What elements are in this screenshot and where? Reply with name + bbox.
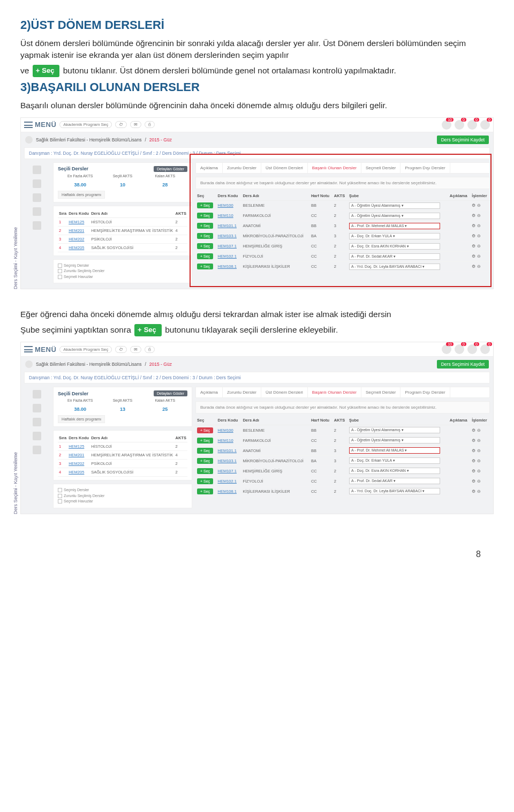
noti-4-icon[interactable]: 0 — [480, 344, 490, 354]
inline-sec-button[interactable]: +Seç — [33, 65, 60, 77]
save-button[interactable]: Ders Seçimini Kaydet — [437, 360, 489, 369]
course-code-link[interactable]: HEM110 — [218, 438, 233, 443]
akts-label: Kalan AKTS — [144, 174, 186, 178]
sec-button[interactable]: + Seç — [197, 427, 213, 433]
course-code-link[interactable]: HEM108.1 — [218, 489, 237, 494]
tab-bar: Açıklama Zorunlu Dersler Üst Dönem Dersl… — [195, 387, 490, 398]
sec-button[interactable]: + Seç — [197, 448, 213, 454]
clock-icon[interactable]: ⏱ — [115, 121, 127, 128]
sube-select[interactable]: A - Öğretim Üyesi Atanmamış ▾ — [349, 437, 440, 443]
akademik-pill[interactable]: Akademik Program Seç — [59, 121, 112, 128]
selected-courses-table: SıraDers KoduDers AdıAKTS 1HEM125HİSTOLO… — [58, 434, 187, 477]
crumb-term: 2015 - Güz — [149, 137, 172, 142]
sube-select[interactable]: A - Prof. Dr. Sedat AKAR ▾ — [349, 478, 440, 484]
sec-button[interactable]: + Seç — [197, 478, 213, 484]
clock-icon[interactable]: ⏱ — [115, 346, 127, 353]
logo-icon — [25, 136, 33, 144]
tab-zorunlu[interactable]: Zorunlu Dersler — [223, 387, 261, 397]
page-number: 8 — [20, 533, 494, 559]
noti-3-icon[interactable]: 0 — [467, 344, 477, 354]
side-icon[interactable] — [33, 207, 41, 216]
table-row: 1HEM125HİSTOLOJİ2 — [58, 442, 187, 451]
crumb-path: Sağlık Bilimleri Fakültesi - Hemşirelik … — [36, 137, 141, 142]
side-icon[interactable] — [33, 390, 41, 399]
noti-3-icon[interactable]: 0 — [467, 120, 477, 130]
sec-button[interactable]: + Seç — [197, 438, 213, 443]
noti-2-icon[interactable]: 0 — [455, 120, 464, 130]
row-actions[interactable]: ⚙ ⊖ — [470, 446, 490, 456]
legend: Seçmiş Dersler Zorunlu Seçilmiş Dersler … — [53, 484, 192, 508]
tab-secmeli[interactable]: Seçmeli Dersler — [361, 387, 400, 397]
sube-select[interactable]: A - Öğretim Üyesi Atanmamış ▾ — [349, 427, 440, 433]
course-code-link[interactable]: HEM101.1 — [218, 448, 237, 453]
row-actions[interactable]: ⚙ ⊖ — [470, 486, 490, 497]
sube-select[interactable]: A - Doç. Dr. Esra AKIN KORHAN ▾ — [349, 468, 440, 474]
menu-label[interactable]: MENÜ — [35, 121, 56, 129]
course-code-link[interactable]: HEM100 — [218, 428, 233, 433]
sec-button[interactable]: + Seç — [197, 468, 213, 474]
print-icon[interactable]: ⎙ — [145, 346, 155, 353]
tab-aciklama[interactable]: Açıklama — [196, 387, 223, 397]
akts-val: 10 — [101, 182, 143, 187]
row-actions[interactable]: ⚙ ⊖ — [470, 456, 490, 466]
row-actions[interactable]: ⚙ ⊖ — [470, 425, 490, 435]
row-actions[interactable]: ⚙ ⊖ — [470, 435, 490, 446]
noti-bell-icon[interactable]: 10 — [442, 344, 451, 354]
table-row: 3HEM202PSİKOLOJİ2 — [58, 235, 187, 243]
tab-ust-donem[interactable]: Üst Dönem Dersleri — [261, 387, 308, 397]
course-code-link[interactable]: HEM102.1 — [218, 479, 237, 484]
section2-p1: Üst dönem dersleri bölümünde öğrencinin … — [20, 37, 494, 62]
sube-select[interactable]: A - Yrd. Doç. Dr. Leyla BAYSAN ARABACI ▾ — [349, 488, 440, 494]
infobox: Burada daha önce aldığınız ve başarılı o… — [195, 401, 490, 413]
sube-select[interactable]: A - Doç. Dr. Erkan YULA ▾ — [349, 457, 440, 464]
btw-a: Şube seçimini yaptıktan sonra — [20, 325, 133, 334]
course-code-link[interactable]: HEM107.1 — [218, 469, 237, 473]
inline-sec-button-2[interactable]: +Seç — [134, 324, 162, 336]
detail-button[interactable]: Detayları Göster — [154, 390, 187, 396]
tab-basarili[interactable]: Başarılı Olunan Dersler — [308, 387, 361, 397]
save-button[interactable]: Ders Seçimini Kaydet — [437, 136, 489, 144]
course-code-link[interactable]: HEM103.1 — [218, 458, 237, 463]
weekly-schedule-button[interactable]: Haftalık ders programı — [58, 191, 105, 199]
side-icon[interactable] — [33, 166, 41, 174]
table-row: + SeçHEM108.1KİŞİLERARASI İLİŞKİLERCC2A … — [195, 486, 490, 497]
row-actions[interactable]: ⚙ ⊖ — [470, 476, 490, 486]
noti-bell-icon[interactable]: 10 — [442, 120, 451, 130]
section3-p1: Başarılı olunan dersler bölümünde öğrenc… — [20, 100, 494, 111]
hamburger-icon[interactable] — [24, 346, 33, 352]
legend: Seçmiş Dersler Zorunlu Seçilmiş Dersler … — [53, 259, 192, 284]
tab-program-disi[interactable]: Program Dışı Dersler — [400, 387, 450, 397]
sube-select[interactable]: A - Prof. Dr. Mehmet Ali MALAS ▾ — [349, 447, 440, 454]
akts-val: 28 — [144, 182, 186, 187]
secili-title: Seçili Dersler — [58, 166, 88, 171]
side-icon[interactable] — [33, 193, 41, 202]
menu-label[interactable]: MENÜ — [35, 345, 56, 354]
weekly-schedule-button[interactable]: Haftalık ders programı — [58, 415, 105, 423]
table-row: 3HEM202PSİKOLOJİ2 — [58, 460, 187, 468]
side-icon[interactable] — [33, 221, 41, 230]
sec-button[interactable]: + Seç — [197, 458, 213, 464]
print-icon[interactable]: ⎙ — [145, 121, 155, 128]
akts-label: En Fazla AKTS — [59, 174, 101, 178]
noti-4-icon[interactable]: 0 — [480, 120, 490, 130]
annotation-box-large — [190, 154, 492, 288]
side-icon[interactable] — [33, 179, 41, 188]
row-actions[interactable]: ⚙ ⊖ — [470, 466, 490, 476]
crumb-path: Sağlık Bilimleri Fakültesi - Hemşirelik … — [36, 362, 141, 367]
akademik-pill[interactable]: Akademik Program Seç — [59, 346, 112, 353]
table-row: + SeçHEM110FARMAKOLOJİCC2A - Öğretim Üye… — [195, 435, 490, 446]
side-icon[interactable] — [33, 404, 41, 412]
noti-2-icon[interactable]: 0 — [455, 344, 464, 354]
table-row: + SeçHEM107.1HEMŞİRELİĞE GİRİŞCC2A - Doç… — [195, 466, 490, 476]
mail-icon[interactable]: ✉ — [130, 346, 141, 353]
mail-icon[interactable]: ✉ — [130, 121, 141, 128]
selected-courses-table: SıraDers KoduDers AdıAKTS 1HEM125HİSTOLO… — [58, 209, 187, 252]
side-icon[interactable] — [33, 432, 41, 440]
sec-button[interactable]: + Seç — [197, 488, 213, 494]
hamburger-icon[interactable] — [24, 122, 33, 128]
table-row: 4HEM205SAĞLIK SOSYOLOJİSİ2 — [58, 243, 187, 252]
side-icon[interactable] — [33, 446, 41, 454]
detail-button[interactable]: Detayları Göster — [154, 166, 187, 172]
side-icon[interactable] — [33, 418, 41, 426]
logo-icon — [25, 360, 33, 368]
